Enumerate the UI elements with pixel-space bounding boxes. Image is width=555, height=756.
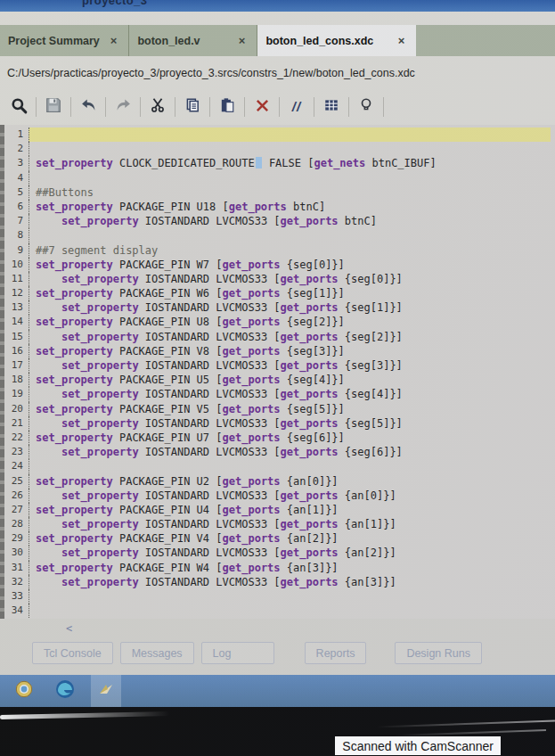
search-icon — [11, 97, 28, 118]
lower-panel: < Tcl ConsoleMessagesLogReportsDesign Ru… — [0, 619, 555, 675]
bottom-tab-design-runs[interactable]: Design Runs — [395, 642, 482, 664]
toolbar-separator — [209, 97, 210, 117]
code-line: 16set_property PACKAGE_PIN V8 [get_ports… — [0, 344, 555, 358]
code-line-text: set_property IOSTANDARD LVCMOS33 [get_po… — [29, 445, 551, 459]
code-line: 28 set_property IOSTANDARD LVCMOS33 [get… — [0, 517, 555, 531]
code-line: 22set_property PACKAGE_PIN U7 [get_ports… — [0, 431, 555, 445]
redo-icon — [115, 97, 132, 118]
toolbar-separator — [70, 97, 71, 117]
bottom-tab-reports[interactable]: Reports — [305, 642, 367, 664]
code-line-text — [29, 142, 551, 156]
redo-button[interactable] — [111, 95, 135, 119]
toolbar-separator — [105, 97, 106, 117]
code-line: 24 — [0, 459, 555, 473]
code-line-text: set_property PACKAGE_PIN V5 [get_ports {… — [29, 402, 551, 416]
columns-button[interactable] — [320, 95, 343, 119]
code-line: 6set_property PACKAGE_PIN U18 [get_ports… — [0, 200, 555, 214]
undo-button[interactable] — [77, 95, 100, 119]
code-line: 20set_property PACKAGE_PIN V5 [get_ports… — [0, 402, 555, 416]
vivado-taskbar-button[interactable] — [91, 675, 121, 707]
code-line-text: set_property IOSTANDARD LVCMOS33 [get_po… — [29, 546, 551, 560]
code-line: 12set_property PACKAGE_PIN W6 [get_ports… — [0, 286, 555, 300]
screen-left-edge — [0, 125, 4, 675]
bottom-tab-messages[interactable]: Messages — [120, 642, 194, 664]
tab-boton-led-v[interactable]: boton_led.v × — [129, 25, 257, 56]
tab-project-summary[interactable]: Project Summary × — [0, 25, 129, 56]
edge-taskbar-button[interactable] — [50, 675, 80, 707]
code-line: 30 set_property IOSTANDARD LVCMOS33 [get… — [0, 546, 555, 560]
code-line-text: set_property PACKAGE_PIN U7 [get_ports {… — [29, 431, 551, 445]
delete-button[interactable] — [250, 95, 273, 119]
lightbulb-button[interactable] — [355, 95, 378, 119]
undo-icon — [80, 97, 97, 118]
close-icon[interactable]: × — [110, 34, 118, 47]
code-line: 33 — [0, 589, 555, 604]
toolbar-separator — [244, 97, 245, 117]
code-line-text — [29, 604, 551, 618]
scrollbar-left-arrow[interactable]: < — [66, 622, 72, 635]
code-line-text: set_property IOSTANDARD LVCMOS33 [get_po… — [29, 358, 551, 373]
search-button[interactable] — [7, 95, 30, 119]
bottom-panel-tabs: Tcl ConsoleMessagesLogReportsDesign Runs — [32, 642, 482, 664]
screen: proyecto_3 Project Summary × boton_led.v… — [0, 0, 555, 756]
code-line-text: set_property PACKAGE_PIN U5 [get_ports {… — [29, 373, 551, 387]
save-icon — [45, 97, 61, 117]
code-line: 17 set_property IOSTANDARD LVCMOS33 [get… — [0, 358, 555, 373]
light-streak — [395, 729, 546, 736]
code-line-text: set_property CLOCK_DEDICATED_ROUTE FALSE… — [29, 156, 551, 170]
cut-icon — [150, 97, 166, 117]
code-line: 26 set_property IOSTANDARD LVCMOS33 [get… — [0, 489, 555, 503]
watermark-label: Scanned with CamScanner — [342, 739, 494, 753]
document-tabbar: Project Summary × boton_led.v × boton_le… — [0, 25, 555, 56]
close-icon[interactable]: × — [398, 34, 405, 47]
code-line-text — [29, 459, 551, 473]
camscanner-watermark: Scanned with CamScanner — [335, 736, 501, 755]
code-line: 13 set_property IOSTANDARD LVCMOS33 [get… — [0, 300, 555, 315]
toolbar-separator — [348, 97, 349, 117]
code-line: 25set_property PACKAGE_PIN U2 [get_ports… — [0, 474, 555, 489]
code-line-text: set_property IOSTANDARD LVCMOS33 [get_po… — [29, 489, 551, 503]
chrome-taskbar-button[interactable] — [9, 675, 39, 707]
toolbar-separator — [279, 97, 280, 117]
tab-label: boton_led.v — [137, 35, 200, 47]
vivado-icon — [96, 679, 116, 703]
code-line-text: set_property IOSTANDARD LVCMOS33 [get_po… — [29, 575, 551, 589]
code-line-text — [29, 228, 551, 242]
bottom-tab-tcl-console[interactable]: Tcl Console — [32, 642, 113, 664]
code-line-text: set_property IOSTANDARD LVCMOS33 [get_po… — [29, 387, 551, 401]
tab-boton-led-cons-xdc[interactable]: boton_led_cons.xdc × — [257, 25, 416, 56]
cut-button[interactable] — [146, 95, 169, 119]
save-button[interactable] — [42, 95, 65, 119]
copy-button[interactable] — [181, 95, 204, 119]
columns-icon — [323, 97, 339, 117]
toolbar-separator — [36, 97, 37, 117]
code-line: 18set_property PACKAGE_PIN U5 [get_ports… — [0, 373, 555, 387]
paste-icon — [219, 97, 235, 117]
code-line-text: set_property PACKAGE_PIN W4 [get_ports {… — [29, 561, 551, 575]
code-line: 15 set_property IOSTANDARD LVCMOS33 [get… — [0, 330, 555, 344]
code-line-text: ##Buttons — [29, 185, 551, 200]
toolbar-separator — [175, 97, 175, 117]
close-icon[interactable]: × — [239, 34, 246, 47]
comment-button[interactable]: // — [285, 95, 308, 119]
tab-label: Project Summary — [8, 35, 100, 47]
code-line-text: set_property PACKAGE_PIN U18 [get_ports … — [29, 200, 551, 214]
code-line-text: set_property PACKAGE_PIN U2 [get_ports {… — [29, 474, 551, 489]
code-line-text: set_property IOSTANDARD LVCMOS33 [get_po… — [29, 416, 551, 431]
menubar-strip — [0, 12, 555, 26]
code-line: 5##Buttons — [0, 185, 555, 200]
text-cursor — [256, 157, 262, 168]
bottom-tab-log[interactable]: Log — [201, 642, 274, 664]
code-line: 14set_property PACKAGE_PIN U8 [get_ports… — [0, 315, 555, 329]
comment-icon: // — [292, 99, 301, 115]
code-line: 27set_property PACKAGE_PIN U4 [get_ports… — [0, 503, 555, 517]
code-line: 8 — [0, 228, 555, 242]
code-line: 19 set_property IOSTANDARD LVCMOS33 [get… — [0, 387, 555, 401]
code-line: 23 set_property IOSTANDARD LVCMOS33 [get… — [0, 445, 555, 459]
toolbar-separator — [140, 97, 141, 117]
code-line-text — [29, 589, 551, 604]
code-editor[interactable]: 123set_property CLOCK_DEDICATED_ROUTE FA… — [0, 125, 555, 619]
paste-button[interactable] — [216, 95, 239, 119]
code-line: 10set_property PACKAGE_PIN W7 [get_ports… — [0, 258, 555, 272]
edge-icon — [55, 679, 75, 703]
